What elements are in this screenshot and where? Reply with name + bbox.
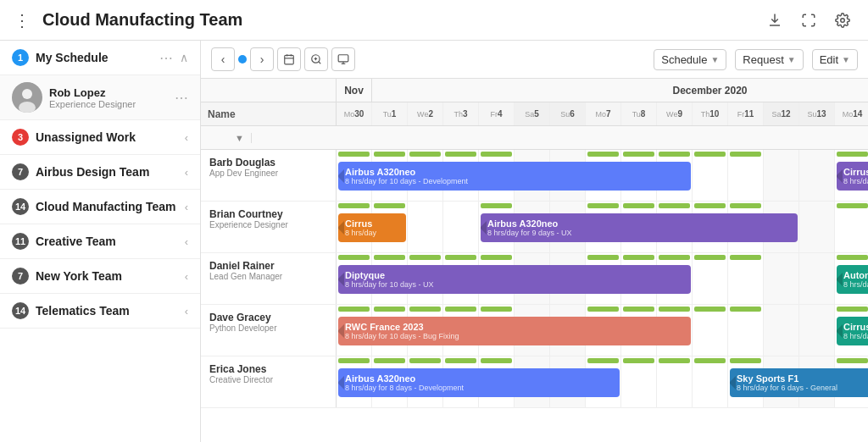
sidebar-item-telematics-team[interactable]: 14 Telematics Team ‹ bbox=[0, 294, 200, 329]
assignment-block[interactable]: Airbus A320neo 8 hrs/day for 10 days - D… bbox=[338, 162, 691, 191]
assignment-block[interactable]: Cirrus 8 hrs/day for 7 days - Requiremen… bbox=[837, 162, 868, 191]
assignment-title: RWC France 2023 bbox=[345, 322, 459, 332]
sidebar-item-unassigned-work[interactable]: 3 Unassigned Work ‹ bbox=[0, 120, 200, 155]
utilization-bar bbox=[587, 152, 619, 157]
day-cell bbox=[408, 202, 443, 252]
assignment-detail: 8 hrs/day for 10 days - UX bbox=[345, 280, 434, 289]
svg-rect-4 bbox=[285, 55, 294, 64]
table-row: Erica JonesCreative Director Airbus A320… bbox=[201, 356, 868, 408]
month-december: December 2020 bbox=[372, 79, 868, 102]
utilization-bar bbox=[587, 358, 619, 363]
utilization-bar bbox=[338, 307, 370, 312]
assignment-arrow bbox=[837, 169, 843, 183]
resource-name-col: Dave GraceyPython Developer bbox=[201, 305, 337, 356]
group-label: Creative Team bbox=[36, 235, 185, 248]
prev-button[interactable]: ‹ bbox=[211, 47, 235, 71]
my-schedule-section[interactable]: 1 My Schedule ⋯ ∧ bbox=[0, 41, 200, 75]
assignment-title: Cirrus bbox=[345, 218, 376, 229]
table-row: Barb DouglasApp Dev Engineer Airbus A320… bbox=[201, 150, 868, 202]
day-header-Fr-11: Fr11 bbox=[728, 102, 764, 125]
group-label: New York Team bbox=[36, 269, 185, 283]
next-button[interactable]: › bbox=[250, 47, 274, 71]
user-options[interactable]: ⋯ bbox=[175, 90, 188, 106]
more-options-icon[interactable]: ⋮ bbox=[14, 10, 32, 30]
group-label: Unassigned Work bbox=[36, 130, 185, 144]
utilization-bar bbox=[445, 358, 476, 363]
filter-name-col[interactable]: ▼ bbox=[201, 133, 252, 143]
schedule-grid: NovDecember 2020NameMo30Tu1We2Th3Fr4Sa5S… bbox=[201, 79, 868, 408]
calendar-button[interactable] bbox=[277, 47, 301, 71]
utilization-bar bbox=[338, 203, 370, 208]
day-cell bbox=[764, 305, 799, 356]
sidebar-item-new-york-team[interactable]: 7 New York Team ‹ bbox=[0, 259, 200, 294]
assignment-block[interactable]: Autonomous 8 hrs/day for 8 days - Stagin… bbox=[837, 265, 868, 294]
edit-dropdown[interactable]: Edit ▼ bbox=[812, 49, 858, 70]
download-icon[interactable] bbox=[763, 8, 787, 32]
day-header-Tu-8: Tu8 bbox=[621, 102, 657, 125]
resource-name: Barb Douglas bbox=[209, 157, 327, 169]
utilization-bar bbox=[659, 203, 690, 208]
sidebar-item-cloud-manufacting-team[interactable]: 14 Cloud Manufacting Team ‹ bbox=[0, 190, 200, 224]
group-badge: 7 bbox=[12, 268, 29, 285]
utilization-bar bbox=[445, 307, 476, 312]
utilization-bar bbox=[338, 255, 370, 260]
user-row: Rob Lopez Experience Designer ⋯ bbox=[0, 75, 200, 120]
utilization-bar bbox=[659, 255, 690, 260]
assignment-block[interactable]: Cirrus 8 hrs/day bbox=[338, 213, 406, 242]
main-content: ‹ › Schedule ▼ Request ▼ Edit bbox=[201, 41, 868, 442]
assignment-block[interactable]: Diptyque 8 hrs/day for 10 days - UX bbox=[338, 265, 691, 294]
assignment-block[interactable]: Airbus A320neo 8 hrs/day for 9 days - UX bbox=[481, 213, 798, 242]
assignment-arrow bbox=[338, 376, 344, 390]
top-bar: ⋮ Cloud Manufacting Team bbox=[0, 0, 868, 41]
day-cell bbox=[728, 150, 764, 201]
utilization-bar bbox=[409, 152, 441, 157]
assignment-detail: 8 hrs/day bbox=[345, 229, 376, 237]
group-chevron: ‹ bbox=[185, 166, 188, 179]
resource-name: Dave Gracey bbox=[209, 312, 327, 323]
month-name-placeholder bbox=[201, 79, 337, 102]
utilization-bar bbox=[445, 152, 476, 157]
utilization-bar bbox=[409, 307, 441, 312]
assignment-block[interactable]: Sky Sports F1 8 hrs/day for 6 days - Gen… bbox=[730, 368, 868, 397]
day-header-Sa-12: Sa12 bbox=[764, 102, 799, 125]
assignment-detail: 8 hrs/day for 7 days - Requirements Gath… bbox=[843, 177, 868, 185]
schedule-container[interactable]: NovDecember 2020NameMo30Tu1We2Th3Fr4Sa5S… bbox=[201, 79, 868, 442]
day-cell bbox=[693, 356, 728, 407]
resource-name-col: Daniel RainerLead Gen Manager bbox=[201, 253, 337, 304]
group-badge: 7 bbox=[12, 163, 29, 180]
utilization-bar bbox=[587, 307, 619, 312]
utilization-bar bbox=[623, 358, 654, 363]
assignment-block[interactable]: RWC France 2023 8 hrs/day for 10 days - … bbox=[338, 317, 691, 345]
assignment-block[interactable]: Cirrus 8 hrs/day for 6 days - Design bbox=[837, 317, 868, 345]
utilization-bar bbox=[837, 152, 868, 157]
my-schedule-options[interactable]: ⋯ bbox=[159, 50, 173, 66]
schedule-dropdown[interactable]: Schedule ▼ bbox=[654, 49, 726, 70]
request-dropdown[interactable]: Request ▼ bbox=[735, 49, 803, 70]
utilization-bar bbox=[730, 307, 761, 312]
day-header-Mo-14: Mo14 bbox=[835, 102, 868, 125]
day-header-Th-10: Th10 bbox=[693, 102, 728, 125]
assignment-block[interactable]: Airbus A320neo 8 hrs/day for 8 days - De… bbox=[338, 368, 620, 397]
zoom-button[interactable] bbox=[304, 47, 328, 71]
day-header-We-9: We9 bbox=[657, 102, 693, 125]
day-header-Tu-1: Tu1 bbox=[372, 102, 408, 125]
utilization-bar bbox=[481, 255, 512, 260]
sidebar-item-creative-team[interactable]: 11 Creative Team ‹ bbox=[0, 224, 200, 259]
day-cell bbox=[693, 305, 728, 356]
utilization-bar bbox=[659, 358, 690, 363]
day-cell bbox=[764, 253, 799, 304]
assignment-detail: 8 hrs/day for 9 days - UX bbox=[487, 229, 572, 237]
cells-container: RWC France 2023 8 hrs/day for 10 days - … bbox=[337, 305, 868, 356]
utilization-bar bbox=[623, 152, 654, 157]
settings-icon[interactable] bbox=[831, 8, 854, 32]
day-cell bbox=[799, 305, 835, 356]
sidebar-item-airbus-design-team[interactable]: 7 Airbus Design Team ‹ bbox=[0, 155, 200, 190]
expand-icon[interactable] bbox=[797, 8, 821, 32]
utilization-bar bbox=[338, 358, 370, 363]
view-button[interactable] bbox=[331, 47, 355, 71]
utilization-bar bbox=[730, 255, 761, 260]
utilization-bar bbox=[587, 203, 619, 208]
utilization-bar bbox=[837, 255, 868, 260]
day-cell bbox=[621, 356, 657, 407]
utilization-bar bbox=[730, 203, 761, 208]
